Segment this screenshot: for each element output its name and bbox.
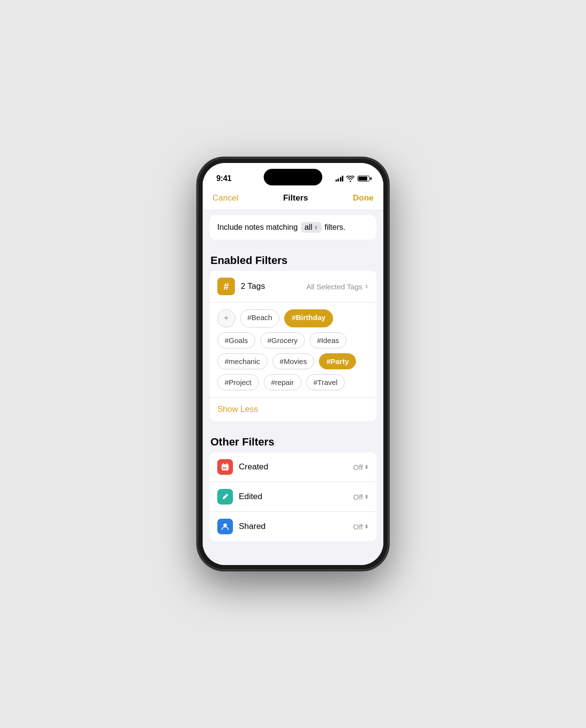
main-content[interactable]: Cancel Filters Done Include notes matchi… — [203, 187, 383, 565]
tag-chip-goals[interactable]: #Goals — [217, 332, 255, 348]
enabled-filters-header: Enabled Filters — [203, 244, 383, 271]
tag-count-label: 2 Tags — [241, 282, 300, 291]
other-filters-header: Other Filters — [203, 426, 383, 452]
tag-chip-ideas[interactable]: #Ideas — [310, 332, 346, 348]
svg-rect-1 — [222, 465, 229, 467]
tag-chip-mechanic[interactable]: #mechanic — [217, 353, 268, 369]
show-less-button[interactable]: Show Less — [217, 404, 258, 414]
svg-rect-4 — [223, 467, 225, 469]
created-filter-row[interactable]: Created Off ⬍ — [209, 452, 377, 482]
edited-chevron-icon: ⬍ — [364, 494, 369, 500]
status-icons — [335, 176, 370, 182]
shared-label: Shared — [239, 522, 347, 531]
nav-bar: Cancel Filters Done — [203, 187, 383, 210]
chevron-up-down-icon-tags: ⬍ — [364, 283, 369, 290]
tags-filter-card: # 2 Tags All Selected Tags ⬍ + #Beach #B… — [209, 271, 377, 421]
created-off-label: Off — [353, 463, 363, 471]
svg-rect-5 — [225, 467, 226, 469]
filter-suffix: filters. — [325, 223, 346, 232]
shared-chevron-icon: ⬍ — [364, 524, 369, 530]
add-tag-button[interactable]: + — [217, 309, 235, 327]
tag-chip-travel[interactable]: #Travel — [306, 374, 345, 390]
edited-value: Off ⬍ — [353, 493, 369, 501]
tag-chip-repair[interactable]: #repair — [264, 374, 301, 390]
created-label: Created — [239, 462, 347, 472]
edited-off-label: Off — [353, 493, 363, 501]
filter-prefix: Include notes matching — [217, 223, 298, 232]
shared-off-label: Off — [353, 523, 363, 531]
dynamic-island — [264, 169, 322, 185]
created-chevron-icon: ⬍ — [364, 464, 369, 470]
filter-sentence: Include notes matching all ⬍ filters. — [217, 222, 369, 233]
tag-chip-party[interactable]: #Party — [319, 353, 356, 369]
tag-selector[interactable]: All Selected Tags ⬍ — [306, 283, 369, 291]
other-filters-card: Created Off ⬍ Edited — [209, 452, 377, 541]
edited-filter-row[interactable]: Edited Off ⬍ — [209, 482, 377, 512]
show-less-row: Show Less — [209, 397, 377, 421]
shared-filter-row[interactable]: Shared Off ⬍ — [209, 512, 377, 541]
edited-icon — [217, 489, 233, 505]
signal-icon — [335, 176, 344, 182]
shared-icon — [217, 519, 233, 534]
tag-chip-project[interactable]: #Project — [217, 374, 259, 390]
status-bar: 9:41 — [203, 163, 383, 187]
created-icon — [217, 459, 233, 475]
tag-filter-header: # 2 Tags All Selected Tags ⬍ — [209, 271, 377, 303]
tag-selector-label: All Selected Tags — [306, 283, 362, 291]
status-time: 9:41 — [216, 174, 231, 183]
edited-label: Edited — [239, 492, 347, 502]
tag-chip-grocery[interactable]: #Grocery — [260, 332, 305, 348]
phone-device: 9:41 — [198, 158, 388, 570]
wifi-icon — [346, 176, 355, 182]
tag-chip-birthday[interactable]: #Birthday — [284, 309, 333, 327]
battery-icon — [357, 176, 370, 182]
done-button[interactable]: Done — [353, 193, 374, 203]
nav-title: Filters — [283, 193, 308, 203]
tag-chip-beach[interactable]: #Beach — [240, 309, 280, 327]
created-value: Off ⬍ — [353, 463, 369, 471]
tag-icon: # — [217, 278, 235, 295]
svg-point-7 — [223, 524, 227, 527]
tag-chip-movies[interactable]: #Movies — [272, 353, 314, 369]
filter-sentence-card: Include notes matching all ⬍ filters. — [209, 215, 377, 240]
chevron-up-down-icon: ⬍ — [314, 225, 318, 230]
filter-match-selector[interactable]: all ⬍ — [301, 222, 322, 233]
tags-grid: + #Beach #Birthday #Goals #Grocery #Idea… — [209, 303, 377, 397]
shared-value: Off ⬍ — [353, 523, 369, 531]
cancel-button[interactable]: Cancel — [212, 193, 238, 203]
phone-screen: 9:41 — [203, 163, 383, 565]
